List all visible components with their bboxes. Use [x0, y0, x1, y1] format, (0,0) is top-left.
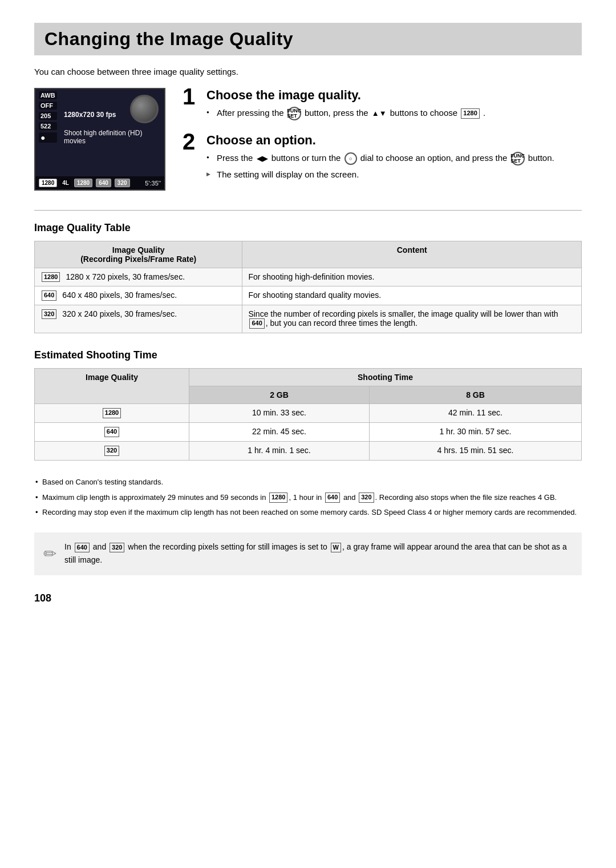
step-2-bullet-1: Press the ◀▶ buttons or turn the ○ dial … [206, 151, 554, 165]
est-section-title: Estimated Shooting Time [34, 349, 582, 361]
icon-tag-320-note: 320 [359, 492, 374, 502]
iq-col1-header: Image Quality(Recording Pixels/Frame Rat… [35, 241, 242, 268]
table-row: 320 320 x 240 pixels, 30 frames/sec. Sin… [35, 305, 582, 333]
est-row2-2gb: 22 min. 45 sec. [189, 422, 370, 441]
cam-awb-icon: AWB [39, 91, 57, 99]
step-1-content: Choose the image quality. After pressing… [206, 88, 485, 123]
iq-row2-content: For shooting standard quality movies. [242, 286, 582, 305]
est-row1-quality: 1280 [35, 403, 189, 422]
camera-screen: AWB OFF 205 522 ● 1280x720 30 fps Shoot … [34, 88, 165, 191]
note-box-text: In 640 and 320 when the recording pixels… [64, 540, 573, 566]
camera-lens-circle [130, 95, 159, 123]
step-2-bullet-2: The setting will display on the screen. [206, 168, 554, 181]
note-3: Recording may stop even if the maximum c… [34, 507, 582, 519]
iq-row1-quality: 1280 1280 x 720 pixels, 30 frames/sec. [35, 268, 242, 286]
est-row2-8gb: 1 hr. 30 min. 57 sec. [369, 422, 581, 441]
icon-tag-1280-step1: 1280 [461, 108, 479, 118]
est-row1-2gb: 10 min. 33 sec. [189, 403, 370, 422]
nav-arrows-1: ▲▼ [372, 108, 387, 120]
step-1-body: After pressing the FUNCSET button, press… [206, 106, 485, 120]
est-col1-header: Image Quality [35, 368, 189, 403]
icon-tag-1280-note: 1280 [269, 492, 287, 502]
iq-col2-header: Content [242, 241, 582, 268]
step-2: 2 Choose an option. Press the ◀▶ buttons… [183, 133, 582, 184]
estimated-shooting-table: Image Quality Shooting Time 2 GB 8 GB 12… [34, 368, 582, 461]
cam-tag-320: 320 [115, 179, 130, 187]
cam-resolution-text: 1280x720 30 fps [64, 111, 159, 119]
divider-1 [34, 210, 582, 211]
icon-tag-640-notebox: 640 [75, 543, 90, 552]
step-1-title: Choose the image quality. [206, 88, 485, 103]
page-title: Changing the Image Quality [34, 23, 582, 55]
icon-tag-640-row2: 640 [42, 290, 56, 300]
cam-bottom-bar: 1280 4L 1280 640 320 5':35'' [35, 176, 164, 189]
icon-tag-320-row3: 320 [42, 309, 56, 319]
est-col2-header: Shooting Time [189, 368, 582, 386]
est-row3-quality: 320 [35, 441, 189, 460]
icon-tag-640-note: 640 [325, 492, 340, 502]
icon-tag-320-est3: 320 [104, 446, 119, 455]
step-1-bullet-1: After pressing the FUNCSET button, press… [206, 106, 485, 120]
iq-row1-content: For shooting high-definition movies. [242, 268, 582, 286]
step-2-content: Choose an option. Press the ◀▶ buttons o… [206, 133, 554, 184]
icon-tag-1280-row1: 1280 [42, 272, 60, 282]
est-sub-col1: 2 GB [189, 386, 370, 403]
cam-tag-640: 640 [96, 179, 111, 187]
cam-off-icon: OFF [39, 102, 57, 110]
pencil-icon: ✏ [43, 542, 56, 567]
est-row3-2gb: 1 hr. 4 min. 1 sec. [189, 441, 370, 460]
iq-row3-quality: 320 320 x 240 pixels, 30 frames/sec. [35, 305, 242, 333]
est-sub-col2: 8 GB [369, 386, 581, 403]
icon-tag-1280-est1: 1280 [103, 408, 121, 418]
est-row3-8gb: 4 hrs. 15 min. 51 sec. [369, 441, 581, 460]
icon-tag-320-notebox: 320 [110, 543, 124, 552]
step-1: 1 Choose the image quality. After pressi… [183, 88, 582, 123]
page-number: 108 [34, 592, 582, 604]
note-2: Maximum clip length is approximately 29 … [34, 492, 582, 504]
step-2-title: Choose an option. [206, 133, 554, 148]
cam-tag-1280: 1280 [74, 179, 92, 187]
notes-section: Based on Canon's testing standards. Maxi… [34, 477, 582, 519]
step-1-number: 1 [183, 85, 200, 108]
iq-row2-quality: 640 640 x 480 pixels, 30 frames/sec. [35, 286, 242, 305]
func-btn-1: FUNCSET [287, 107, 301, 120]
step-2-body: Press the ◀▶ buttons or turn the ○ dial … [206, 151, 554, 181]
cam-4l-tag: 4L [60, 179, 71, 187]
camera-overlay-icons: AWB OFF 205 522 ● [39, 91, 57, 143]
lr-arrows-step2: ◀▶ [257, 153, 268, 165]
icon-tag-640-row3: 640 [249, 318, 264, 328]
icon-tag-640-est2: 640 [104, 427, 119, 437]
image-quality-table: Image Quality(Recording Pixels/Frame Rat… [34, 241, 582, 333]
func-btn-2: FUNCSET [511, 152, 525, 165]
top-section: AWB OFF 205 522 ● 1280x720 30 fps Shoot … [34, 88, 582, 194]
cam-dot-icon: ● [39, 132, 57, 143]
dial-icon-step2: ○ [345, 152, 357, 165]
table-row: 640 22 min. 45 sec. 1 hr. 30 min. 57 sec… [35, 422, 582, 441]
note-box: ✏ In 640 and 320 when the recording pixe… [34, 532, 582, 575]
cam-205-icon: 205 [39, 112, 57, 120]
cam-desc-text: Shoot high definition (HD) movies [64, 129, 159, 145]
image-quality-section-title: Image Quality Table [34, 222, 582, 234]
iq-row3-content: Since the number of recording pixels is … [242, 305, 582, 333]
est-row2-quality: 640 [35, 422, 189, 441]
step-2-number: 2 [183, 130, 200, 153]
cam-tag-1280b: 1280 [39, 179, 57, 187]
est-row1-8gb: 42 min. 11 sec. [369, 403, 581, 422]
steps-section: 1 Choose the image quality. After pressi… [183, 88, 582, 194]
table-row: 1280 10 min. 33 sec. 42 min. 11 sec. [35, 403, 582, 422]
table-row: 640 640 x 480 pixels, 30 frames/sec. For… [35, 286, 582, 305]
icon-tag-w-notebox: W [331, 543, 341, 552]
cam-time-text: 5':35'' [145, 180, 161, 187]
table-row: 320 1 hr. 4 min. 1 sec. 4 hrs. 15 min. 5… [35, 441, 582, 460]
intro-text: You can choose between three image quali… [34, 67, 582, 76]
note-1: Based on Canon's testing standards. [34, 477, 582, 488]
cam-522-icon: 522 [39, 122, 57, 130]
table-row: 1280 1280 x 720 pixels, 30 frames/sec. F… [35, 268, 582, 286]
